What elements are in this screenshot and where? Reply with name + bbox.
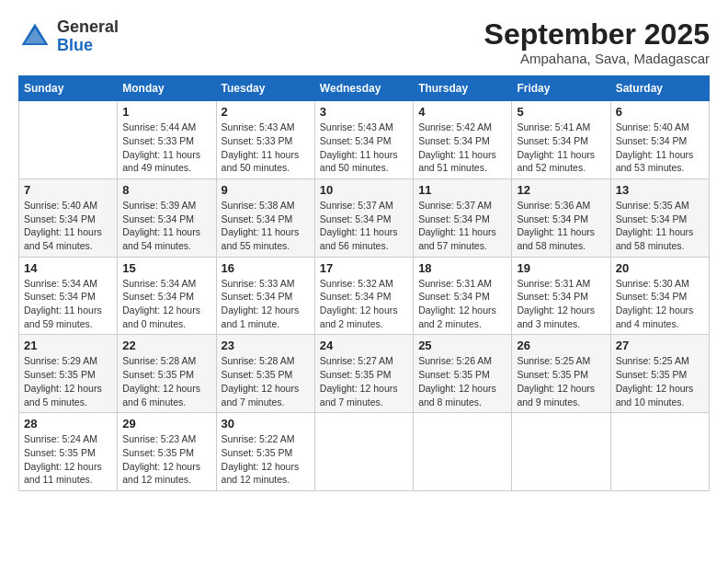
calendar-cell: 6Sunrise: 5:40 AM Sunset: 5:34 PM Daylig…: [610, 101, 709, 179]
day-info: Sunrise: 5:30 AM Sunset: 5:34 PM Dayligh…: [616, 277, 704, 331]
calendar-cell: 11Sunrise: 5:37 AM Sunset: 5:34 PM Dayli…: [414, 178, 512, 257]
day-info: Sunrise: 5:32 AM Sunset: 5:34 PM Dayligh…: [320, 277, 408, 331]
calendar-cell: 2Sunrise: 5:43 AM Sunset: 5:33 PM Daylig…: [216, 101, 314, 179]
day-info: Sunrise: 5:22 AM Sunset: 5:35 PM Dayligh…: [222, 432, 310, 487]
day-number: 4: [418, 105, 506, 119]
calendar-cell: [512, 413, 610, 491]
day-info: Sunrise: 5:38 AM Sunset: 5:34 PM Dayligh…: [222, 199, 310, 253]
calendar-cell: 22Sunrise: 5:28 AM Sunset: 5:35 PM Dayli…: [118, 335, 216, 413]
day-info: Sunrise: 5:23 AM Sunset: 5:35 PM Dayligh…: [122, 432, 210, 487]
day-info: Sunrise: 5:41 AM Sunset: 5:34 PM Dayligh…: [517, 121, 605, 175]
day-info: Sunrise: 5:24 AM Sunset: 5:35 PM Dayligh…: [24, 432, 112, 487]
day-info: Sunrise: 5:27 AM Sunset: 5:35 PM Dayligh…: [320, 354, 408, 408]
weekday-header-wednesday: Wednesday: [314, 76, 413, 101]
day-number: 18: [418, 261, 506, 275]
day-info: Sunrise: 5:25 AM Sunset: 5:35 PM Dayligh…: [517, 354, 605, 408]
day-number: 30: [222, 417, 310, 431]
day-number: 25: [418, 339, 506, 352]
day-number: 1: [122, 105, 210, 119]
calendar-cell: 8Sunrise: 5:39 AM Sunset: 5:34 PM Daylig…: [118, 178, 216, 257]
calendar-week-5: 28Sunrise: 5:24 AM Sunset: 5:35 PM Dayli…: [19, 413, 710, 491]
day-number: 14: [24, 261, 112, 275]
logo: General Blue: [18, 18, 119, 55]
day-info: Sunrise: 5:40 AM Sunset: 5:34 PM Dayligh…: [24, 199, 112, 253]
day-info: Sunrise: 5:28 AM Sunset: 5:35 PM Dayligh…: [222, 354, 310, 408]
weekday-header-sunday: Sunday: [19, 76, 118, 101]
calendar-week-4: 21Sunrise: 5:29 AM Sunset: 5:35 PM Dayli…: [19, 335, 710, 413]
day-info: Sunrise: 5:42 AM Sunset: 5:34 PM Dayligh…: [418, 121, 506, 175]
day-number: 12: [517, 183, 605, 197]
calendar-cell: 16Sunrise: 5:33 AM Sunset: 5:34 PM Dayli…: [216, 257, 314, 335]
calendar-cell: 30Sunrise: 5:22 AM Sunset: 5:35 PM Dayli…: [216, 413, 314, 491]
calendar-week-1: 1Sunrise: 5:44 AM Sunset: 5:33 PM Daylig…: [19, 101, 710, 179]
calendar-cell: 13Sunrise: 5:35 AM Sunset: 5:34 PM Dayli…: [610, 178, 709, 257]
day-number: 11: [418, 183, 506, 197]
weekday-header-friday: Friday: [512, 76, 610, 101]
day-number: 29: [122, 417, 210, 431]
day-number: 16: [222, 261, 310, 275]
weekday-header-saturday: Saturday: [610, 76, 709, 101]
day-number: 7: [24, 183, 112, 197]
day-info: Sunrise: 5:37 AM Sunset: 5:34 PM Dayligh…: [320, 199, 408, 253]
calendar-week-3: 14Sunrise: 5:34 AM Sunset: 5:34 PM Dayli…: [19, 257, 710, 335]
calendar-cell: 3Sunrise: 5:43 AM Sunset: 5:34 PM Daylig…: [314, 101, 413, 179]
calendar-cell: 24Sunrise: 5:27 AM Sunset: 5:35 PM Dayli…: [314, 335, 413, 413]
day-number: 27: [616, 339, 704, 352]
day-info: Sunrise: 5:25 AM Sunset: 5:35 PM Dayligh…: [616, 354, 704, 408]
calendar-cell: 18Sunrise: 5:31 AM Sunset: 5:34 PM Dayli…: [414, 257, 512, 335]
calendar-cell: 5Sunrise: 5:41 AM Sunset: 5:34 PM Daylig…: [512, 101, 610, 179]
weekday-header-monday: Monday: [118, 76, 216, 101]
day-number: 3: [320, 105, 408, 119]
day-number: 9: [222, 183, 310, 197]
calendar-table: SundayMondayTuesdayWednesdayThursdayFrid…: [18, 75, 710, 491]
day-number: 23: [222, 339, 310, 352]
day-number: 21: [24, 339, 112, 352]
weekday-header-thursday: Thursday: [414, 76, 512, 101]
day-number: 19: [517, 261, 605, 275]
calendar-cell: 21Sunrise: 5:29 AM Sunset: 5:35 PM Dayli…: [19, 335, 118, 413]
day-info: Sunrise: 5:36 AM Sunset: 5:34 PM Dayligh…: [517, 199, 605, 253]
calendar-cell: 26Sunrise: 5:25 AM Sunset: 5:35 PM Dayli…: [512, 335, 610, 413]
logo-text: General Blue: [57, 18, 119, 55]
day-number: 5: [517, 105, 605, 119]
day-number: 2: [222, 105, 310, 119]
calendar-cell: 7Sunrise: 5:40 AM Sunset: 5:34 PM Daylig…: [19, 178, 118, 257]
day-number: 17: [320, 261, 408, 275]
calendar-cell: 14Sunrise: 5:34 AM Sunset: 5:34 PM Dayli…: [19, 257, 118, 335]
calendar-cell: 9Sunrise: 5:38 AM Sunset: 5:34 PM Daylig…: [216, 178, 314, 257]
day-info: Sunrise: 5:34 AM Sunset: 5:34 PM Dayligh…: [24, 277, 112, 331]
day-number: 6: [616, 105, 704, 119]
day-number: 13: [616, 183, 704, 197]
day-info: Sunrise: 5:31 AM Sunset: 5:34 PM Dayligh…: [517, 277, 605, 331]
day-number: 10: [320, 183, 408, 197]
day-number: 22: [122, 339, 210, 352]
day-info: Sunrise: 5:44 AM Sunset: 5:33 PM Dayligh…: [122, 121, 210, 175]
day-info: Sunrise: 5:31 AM Sunset: 5:34 PM Dayligh…: [418, 277, 506, 331]
day-info: Sunrise: 5:33 AM Sunset: 5:34 PM Dayligh…: [222, 277, 310, 331]
day-info: Sunrise: 5:35 AM Sunset: 5:34 PM Dayligh…: [616, 199, 704, 253]
weekday-header-tuesday: Tuesday: [216, 76, 314, 101]
day-info: Sunrise: 5:39 AM Sunset: 5:34 PM Dayligh…: [122, 199, 210, 253]
calendar-cell: 17Sunrise: 5:32 AM Sunset: 5:34 PM Dayli…: [314, 257, 413, 335]
day-number: 26: [517, 339, 605, 352]
day-info: Sunrise: 5:28 AM Sunset: 5:35 PM Dayligh…: [122, 354, 210, 408]
calendar-cell: [314, 413, 413, 491]
calendar-cell: 29Sunrise: 5:23 AM Sunset: 5:35 PM Dayli…: [118, 413, 216, 491]
day-number: 24: [320, 339, 408, 352]
calendar-cell: 19Sunrise: 5:31 AM Sunset: 5:34 PM Dayli…: [512, 257, 610, 335]
day-info: Sunrise: 5:29 AM Sunset: 5:35 PM Dayligh…: [24, 354, 112, 408]
day-info: Sunrise: 5:34 AM Sunset: 5:34 PM Dayligh…: [122, 277, 210, 331]
calendar-cell: [610, 413, 709, 491]
calendar-cell: 12Sunrise: 5:36 AM Sunset: 5:34 PM Dayli…: [512, 178, 610, 257]
day-info: Sunrise: 5:37 AM Sunset: 5:34 PM Dayligh…: [418, 199, 506, 253]
calendar-cell: 25Sunrise: 5:26 AM Sunset: 5:35 PM Dayli…: [414, 335, 512, 413]
calendar-cell: 4Sunrise: 5:42 AM Sunset: 5:34 PM Daylig…: [414, 101, 512, 179]
calendar-cell: [414, 413, 512, 491]
calendar-cell: 23Sunrise: 5:28 AM Sunset: 5:35 PM Dayli…: [216, 335, 314, 413]
day-info: Sunrise: 5:40 AM Sunset: 5:34 PM Dayligh…: [616, 121, 704, 175]
calendar-cell: 28Sunrise: 5:24 AM Sunset: 5:35 PM Dayli…: [19, 413, 118, 491]
location-subtitle: Ampahana, Sava, Madagascar: [484, 51, 710, 66]
logo-icon: [18, 20, 51, 53]
day-number: 8: [122, 183, 210, 197]
calendar-cell: 15Sunrise: 5:34 AM Sunset: 5:34 PM Dayli…: [118, 257, 216, 335]
